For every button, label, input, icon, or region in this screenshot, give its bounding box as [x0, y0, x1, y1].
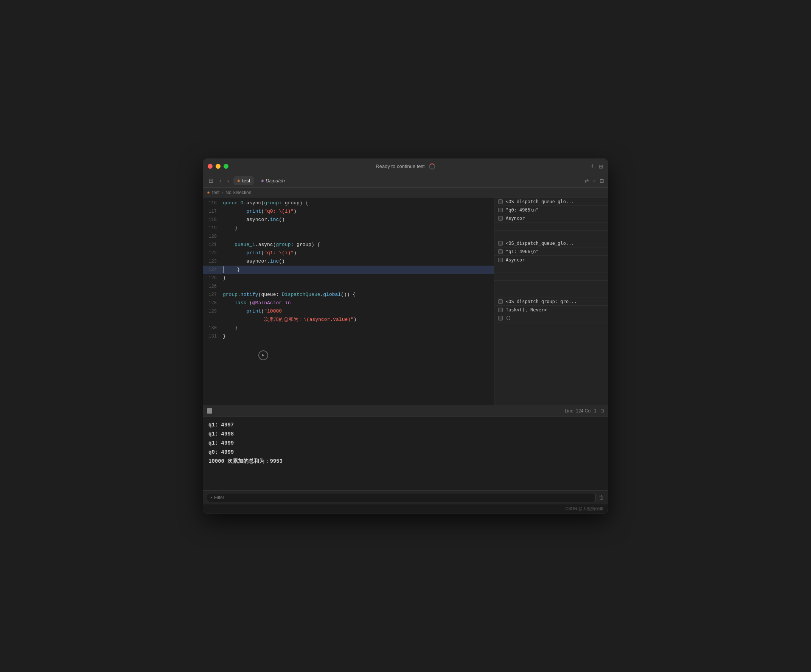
debug-panel: <OS_dispatch_queue_glo... "q0: 4965\n" A… — [494, 197, 608, 405]
forward-button[interactable]: › — [226, 177, 231, 185]
code-line-123: 123 asyncor.inc() — [203, 257, 494, 266]
filter-chevron-icon[interactable]: ▾ — [210, 495, 212, 499]
console-filter: ▾ 🗑 — [203, 490, 608, 504]
code-line-116: 116 queue_0.async(group: group) { — [203, 199, 494, 207]
run-button[interactable]: ▶ — [258, 350, 268, 360]
line-number-127: 127 — [203, 290, 223, 299]
debug-spacer-4 — [494, 272, 608, 281]
line-number-117: 117 — [203, 207, 223, 216]
line-number-131: 131 — [203, 332, 223, 341]
line-content-131: } — [223, 332, 494, 341]
code-line-129: 129 print("10000 — [203, 307, 494, 316]
debug-spacer-3 — [494, 264, 608, 272]
debug-item-asyncor2: Asyncor — [494, 256, 608, 264]
console-line-3: q1: 4999 — [209, 439, 602, 448]
sidebar-toggle-icon[interactable]: ⊟ — [599, 178, 604, 184]
console-line-4: q0: 4999 — [209, 448, 602, 457]
debug-label-q0val: "q0: 4965\n" — [506, 207, 539, 213]
debug-item-asyncor1: Asyncor — [494, 214, 608, 222]
debug-box-6 — [498, 258, 503, 262]
code-lines: 116 queue_0.async(group: group) { 117 pr… — [203, 197, 494, 370]
line-number-126: 126 — [203, 282, 223, 290]
status-text: Ready to continue test — [376, 163, 424, 169]
code-line-125: 125 } — [203, 274, 494, 282]
close-button[interactable] — [208, 164, 212, 169]
debug-box-9 — [498, 316, 503, 321]
titlebar-right-controls: + ⊞ — [590, 162, 603, 170]
line-number-116: 116 — [203, 199, 223, 207]
layout-icon[interactable]: ⊞ — [599, 163, 603, 170]
minimize-button[interactable] — [215, 164, 221, 169]
line-number-129: 129 — [203, 307, 223, 316]
line-content-123: asyncor.inc() — [223, 257, 494, 266]
debug-spacer-1 — [494, 222, 608, 231]
line-content-116: queue_0.async(group: group) { — [223, 199, 494, 207]
line-content-121: queue_1.async(group: group) { — [223, 241, 494, 249]
add-icon[interactable]: + — [590, 162, 594, 170]
code-line-118: 118 asyncor.inc() — [203, 216, 494, 224]
line-content-130: } — [223, 324, 494, 332]
dispatch-icon: ◈ — [261, 178, 264, 183]
filter-input[interactable] — [214, 495, 592, 500]
line-number-128: 128 — [203, 299, 223, 307]
tab-test[interactable]: ◈ test — [233, 176, 254, 185]
code-line-120: 120 — [203, 232, 494, 241]
lines-icon[interactable]: ≡ — [593, 178, 596, 184]
console-toolbar: Line: 124 Col: 1 ⊡ — [203, 405, 608, 417]
titlebar-center: Ready to continue test — [376, 163, 435, 170]
line-number-123: 123 — [203, 257, 223, 266]
line-content-122: print("q1: \(i)") — [223, 249, 494, 257]
code-line-122: 122 print("q1: \(i)") — [203, 249, 494, 257]
watermark-text: CSDN @大熊猫侯佩 — [565, 506, 603, 511]
run-button-line: ▶ — [203, 341, 494, 368]
line-content-117: print("q0: \(i)") — [223, 207, 494, 216]
line-content-119: } — [223, 224, 494, 232]
code-line-117: 117 print("q0: \(i)") — [203, 207, 494, 216]
grid-icon[interactable]: ⊞ — [207, 176, 215, 185]
debug-item-unit: () — [494, 314, 608, 322]
line-number-121: 121 — [203, 241, 223, 249]
debug-item-q0val: "q0: 4965\n" — [494, 206, 608, 214]
code-editor[interactable]: 116 queue_0.async(group: group) { 117 pr… — [203, 197, 494, 405]
line-content-129: print("10000 — [223, 307, 494, 316]
debug-box-2 — [498, 208, 503, 212]
line-number-125: 125 — [203, 274, 223, 282]
line-number-124: 124 — [203, 266, 223, 274]
maximize-button[interactable] — [224, 164, 229, 169]
filter-input-wrapper: ▾ — [207, 493, 596, 502]
console-resize-icon[interactable]: ⊡ — [600, 408, 604, 414]
line-number-122: 122 — [203, 249, 223, 257]
tab-dispatch-label: Dispatch — [266, 178, 285, 183]
line-content-124: } — [225, 266, 494, 274]
trash-icon[interactable]: 🗑 — [599, 495, 604, 501]
toolbar-right: ⇄ ≡ ⊟ — [584, 178, 604, 184]
debug-item-task: Task<(), Never> — [494, 306, 608, 314]
line-content-118: asyncor.inc() — [223, 216, 494, 224]
debug-item-q1val: "q1: 4966\n" — [494, 248, 608, 256]
text-cursor — [223, 266, 224, 273]
code-line-127: 127 group.notify(queue: DispatchQueue.gl… — [203, 290, 494, 299]
breadcrumb-swift-icon: ◈ — [207, 190, 210, 195]
console-line-2: q1: 4998 — [209, 429, 602, 439]
back-button[interactable]: ‹ — [218, 177, 223, 185]
breadcrumb-project[interactable]: test — [212, 190, 219, 195]
line-content-125: } — [223, 274, 494, 282]
split-icon[interactable]: ⇄ — [584, 178, 589, 184]
debug-label-q1val: "q1: 4966\n" — [506, 249, 539, 254]
console-area: Line: 124 Col: 1 ⊡ q1: 4997 q1: 4998 q1:… — [203, 405, 608, 504]
traffic-lights — [208, 164, 229, 169]
stop-button[interactable] — [207, 408, 212, 414]
code-line-124: 124 } — [203, 266, 494, 274]
debug-label-group: <OS_dispatch_group: gro... — [506, 299, 577, 304]
debug-label-task: Task<(), Never> — [506, 307, 546, 312]
debug-label-asyncor1: Asyncor — [506, 216, 525, 221]
breadcrumb-selection[interactable]: No Selection — [226, 190, 251, 195]
swift-icon: ◈ — [237, 178, 240, 183]
tab-test-label: test — [242, 178, 250, 183]
tab-dispatch[interactable]: ◈ Dispatch — [257, 176, 288, 185]
debug-box-7 — [498, 299, 503, 304]
line-number-119: 119 — [203, 224, 223, 232]
app-window: Ready to continue test + ⊞ ⊞ ‹ › ◈ test … — [203, 159, 608, 513]
toolbar: ⊞ ‹ › ◈ test ◈ Dispatch ⇄ ≡ ⊟ — [203, 174, 608, 188]
line-content-127: group.notify(queue: DispatchQueue.global… — [223, 290, 494, 299]
